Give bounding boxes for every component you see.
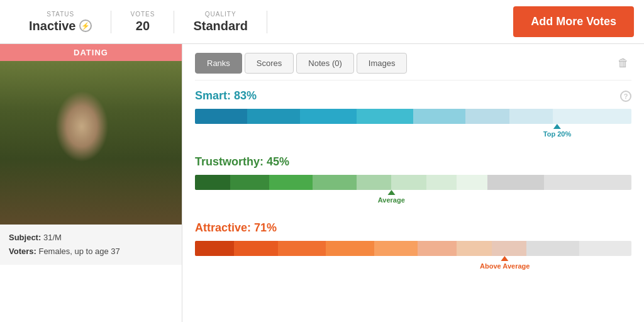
- attract-seg-10: [579, 241, 631, 256]
- attract-seg-1: [195, 241, 234, 256]
- quality-value: Standard: [193, 19, 248, 33]
- trust-title-row: Trustworthy: 45%: [195, 155, 631, 169]
- smart-seg-2: [247, 109, 299, 124]
- smart-marker: Top 20%: [543, 124, 571, 138]
- tabs-bar: Ranks Scores Notes (0) Images 🗑: [195, 44, 631, 80]
- status-label: STATUS: [47, 11, 74, 18]
- tab-notes[interactable]: Notes (0): [296, 53, 353, 74]
- smart-triangle: [553, 124, 561, 129]
- smart-bar-track: [195, 109, 631, 124]
- trust-seg-3: [269, 175, 313, 190]
- tab-ranks[interactable]: Ranks: [195, 53, 242, 74]
- attract-seg-7: [457, 241, 492, 256]
- attract-seg-3: [278, 241, 326, 256]
- trust-bar-track: [195, 175, 631, 190]
- attract-seg-4: [326, 241, 374, 256]
- smart-seg-1: [195, 109, 247, 124]
- trust-metric: Trustworthy: 45% Average: [195, 147, 631, 213]
- smart-seg-4: [357, 109, 413, 124]
- attract-title-row: Attractive: 71%: [195, 221, 631, 235]
- attract-seg-2: [234, 241, 277, 256]
- trust-bar-container: Average: [195, 175, 631, 190]
- attract-bar-track: [195, 241, 631, 256]
- voters-label: Voters:: [9, 247, 36, 256]
- smart-seg-8: [553, 109, 631, 124]
- tab-images[interactable]: Images: [357, 53, 408, 74]
- status-stat: STATUS Inactive ⚡: [10, 11, 111, 33]
- trust-marker-label: Average: [378, 196, 405, 204]
- trust-triangle: [387, 190, 395, 195]
- attract-marker: Above Average: [480, 256, 530, 270]
- smart-seg-7: [509, 109, 553, 124]
- add-votes-button[interactable]: Add More Votes: [513, 6, 634, 37]
- attract-bar-container: Above Average: [195, 241, 631, 256]
- status-value: Inactive ⚡: [29, 19, 92, 33]
- subject-info: Subject: 31/M Voters: Females, up to age…: [0, 225, 182, 265]
- subject-value: 31/M: [43, 233, 62, 242]
- trust-seg-8: [457, 175, 487, 190]
- trust-seg-2: [230, 175, 269, 190]
- smart-marker-label: Top 20%: [543, 130, 571, 138]
- smart-title-row: Smart: 83% ?: [195, 89, 631, 103]
- trust-seg-6: [391, 175, 426, 190]
- subject-line: Subject: 31/M: [9, 231, 173, 245]
- smart-title: Smart: 83%: [195, 89, 257, 103]
- profile-image: [0, 61, 182, 225]
- attract-title: Attractive: 71%: [195, 221, 277, 235]
- subject-label: Subject:: [9, 233, 41, 242]
- voters-line: Voters: Females, up to age 37: [9, 245, 173, 258]
- attract-seg-5: [374, 241, 418, 256]
- tab-scores[interactable]: Scores: [245, 53, 294, 74]
- quality-stat: QUALITY Standard: [174, 11, 267, 33]
- trust-seg-9: [487, 175, 544, 190]
- trust-seg-4: [313, 175, 356, 190]
- trust-seg-10: [544, 175, 631, 190]
- smart-bar-container: Top 20%: [195, 109, 631, 124]
- delete-icon[interactable]: 🗑: [615, 54, 631, 72]
- inactive-icon: ⚡: [79, 19, 92, 32]
- quality-label: QUALITY: [205, 11, 236, 18]
- face-overlay: [0, 61, 182, 225]
- smart-seg-5: [413, 109, 465, 124]
- smart-help-icon[interactable]: ?: [620, 91, 631, 102]
- attract-marker-label: Above Average: [480, 262, 530, 270]
- attract-seg-6: [418, 241, 457, 256]
- left-panel: DATING Subject: 31/M Voters: Females, up…: [0, 44, 182, 322]
- attract-seg-9: [526, 241, 579, 256]
- attract-metric: Attractive: 71% Above Averag: [195, 213, 631, 264]
- smart-metric: Smart: 83% ? Top 20%: [195, 80, 631, 147]
- trust-marker: Average: [378, 190, 405, 204]
- attract-triangle: [501, 256, 509, 261]
- voters-value: Females, up to age 37: [38, 247, 119, 256]
- category-label: DATING: [0, 44, 182, 61]
- main-content: DATING Subject: 31/M Voters: Females, up…: [0, 44, 644, 322]
- smart-seg-6: [465, 109, 509, 124]
- trust-seg-1: [195, 175, 230, 190]
- trust-title: Trustworthy: 45%: [195, 155, 289, 169]
- right-panel: Ranks Scores Notes (0) Images 🗑 Smart: 8…: [182, 44, 644, 322]
- trust-seg-5: [357, 175, 392, 190]
- trust-seg-7: [426, 175, 457, 190]
- header: STATUS Inactive ⚡ VOTES 20 QUALITY Stand…: [0, 0, 644, 44]
- attract-seg-8: [492, 241, 527, 256]
- votes-value: 20: [136, 19, 150, 33]
- votes-label: VOTES: [130, 11, 155, 18]
- votes-stat: VOTES 20: [111, 11, 174, 33]
- smart-seg-3: [300, 109, 357, 124]
